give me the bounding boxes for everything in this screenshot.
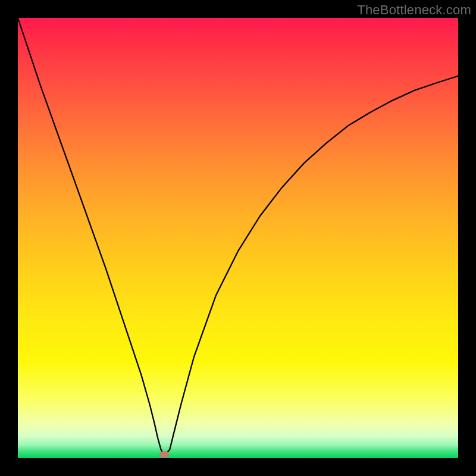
- plot-area: [18, 18, 458, 458]
- optimum-marker: [159, 452, 169, 458]
- bottleneck-curve: [18, 18, 458, 458]
- watermark-text: TheBottleneck.com: [357, 2, 471, 18]
- chart-frame: TheBottleneck.com: [0, 0, 476, 476]
